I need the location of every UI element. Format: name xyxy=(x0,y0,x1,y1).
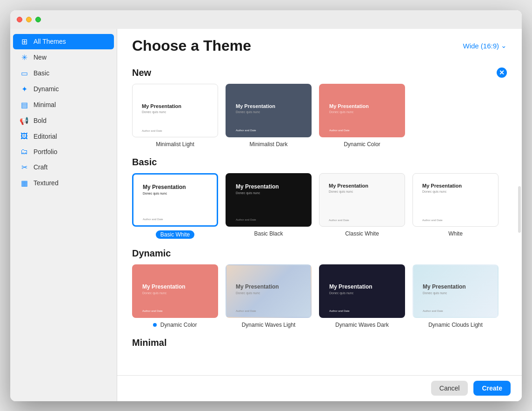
theme-card-dynamic-waves-light[interactable]: My Presentation Donec quis nunc Author a… xyxy=(226,264,312,328)
titlebar xyxy=(10,10,522,29)
sidebar-item-editorial[interactable]: 🖼 Editorial xyxy=(13,129,114,144)
thumb-sub: Donec quis nunc xyxy=(236,191,260,195)
theme-card-dynamic-color-new[interactable]: My Presentation Donec quis nunc Author a… xyxy=(319,84,405,148)
theme-card-white[interactable]: My Presentation Donec quis nunc Author a… xyxy=(412,173,499,239)
theme-thumb-white: My Presentation Donec quis nunc Author a… xyxy=(412,173,499,227)
theme-card-basic-white[interactable]: My Presentation Donec quis nunc Author a… xyxy=(132,173,218,239)
thumb-title: My Presentation xyxy=(329,283,372,290)
thumb-sub: Donec quis nunc xyxy=(329,291,353,295)
thumb-sub: Donec quis nunc xyxy=(143,192,167,195)
thumb-footer: Author and Date xyxy=(142,310,163,312)
basic-themes-grid: My Presentation Donec quis nunc Author a… xyxy=(132,173,507,239)
sidebar-item-label: Dynamic xyxy=(33,85,59,93)
theme-card-classic-white[interactable]: My Presentation Donec quis nunc Author a… xyxy=(319,173,405,239)
theme-label: Dynamic Waves Dark xyxy=(335,322,389,328)
thumb-title: My Presentation xyxy=(423,283,466,290)
aspect-ratio-selector[interactable]: Wide (16:9) ⌄ xyxy=(463,41,507,50)
theme-label: Minimalist Light xyxy=(156,141,194,148)
textured-icon: ▦ xyxy=(20,179,29,188)
thumb-title: My Presentation xyxy=(236,183,279,190)
new-icon: ✳ xyxy=(20,53,29,62)
theme-card-dynamic-color[interactable]: My Presentation Donec quis nunc Author a… xyxy=(132,264,218,328)
footer: Cancel Create xyxy=(117,375,522,401)
theme-card-minimalist-dark[interactable]: My Presentation Donec quis nunc Author a… xyxy=(226,84,312,148)
page-title: Choose a Theme xyxy=(132,37,251,54)
theme-card-dynamic-waves-dark[interactable]: My Presentation Donec quis nunc Author a… xyxy=(319,264,405,328)
thumb-title: My Presentation xyxy=(236,283,279,290)
theme-thumb-basic-black: My Presentation Donec quis nunc Author a… xyxy=(226,173,312,227)
dynamic-section-header: Dynamic xyxy=(132,248,507,259)
theme-thumb-dynamic-color: My Presentation Donec quis nunc Author a… xyxy=(319,84,405,137)
thumb-sub: Donec quis nunc xyxy=(422,190,446,193)
theme-label: Classic White xyxy=(345,230,379,237)
new-section-title: New xyxy=(132,67,151,78)
thumb-footer: Author and Date xyxy=(329,129,350,132)
new-themes-grid: My Presentation Donec quis nunc Author a… xyxy=(132,84,507,148)
thumb-title: My Presentation xyxy=(142,103,181,109)
thumb-footer: Author and Date xyxy=(423,310,443,312)
scrollbar[interactable] xyxy=(518,186,521,233)
sidebar-item-label: All Themes xyxy=(33,38,66,45)
theme-label: Dynamic Clouds Light xyxy=(428,322,483,328)
dynamic-themes-grid: My Presentation Donec quis nunc Author a… xyxy=(132,264,507,328)
sidebar-item-all-themes[interactable]: ⊞ All Themes xyxy=(13,34,114,49)
sidebar-item-basic[interactable]: ▭ Basic xyxy=(13,66,114,81)
thumb-title: My Presentation xyxy=(143,184,186,190)
thumb-footer: Author and Date xyxy=(236,310,256,312)
create-button[interactable]: Create xyxy=(473,381,511,396)
maximize-button[interactable] xyxy=(35,17,41,22)
thumb-footer: Author and Date xyxy=(236,129,256,132)
sidebar-item-bold[interactable]: 📢 Bold xyxy=(13,113,114,128)
minimal-section-header: Minimal xyxy=(132,337,507,348)
thumb-footer: Author and Date xyxy=(422,219,443,222)
sidebar-item-minimal[interactable]: ▤ Minimal xyxy=(13,97,114,113)
thumb-footer: Author and Date xyxy=(142,129,162,132)
all-themes-icon: ⊞ xyxy=(20,37,29,46)
sidebar-item-label: Textured xyxy=(33,179,59,187)
cancel-button[interactable]: Cancel xyxy=(431,381,468,396)
minimal-icon: ▤ xyxy=(20,101,29,109)
theme-thumb-classic-white: My Presentation Donec quis nunc Author a… xyxy=(319,173,405,227)
sidebar: ⊞ All Themes ✳ New ▭ Basic ✦ Dynamic ▤ M… xyxy=(10,10,117,401)
theme-chooser-window: ⊞ All Themes ✳ New ▭ Basic ✦ Dynamic ▤ M… xyxy=(10,10,522,401)
sidebar-item-dynamic[interactable]: ✦ Dynamic xyxy=(13,81,114,97)
sidebar-item-craft[interactable]: ✂ Craft xyxy=(13,160,114,175)
sidebar-item-label: Basic xyxy=(33,69,49,77)
thumb-sub: Donec quis nunc xyxy=(423,291,447,295)
sidebar-item-textured[interactable]: ▦ Textured xyxy=(13,175,114,191)
minimal-section-title: Minimal xyxy=(132,337,166,348)
theme-label: Dynamic Color xyxy=(153,322,197,328)
close-new-section-button[interactable]: ✕ xyxy=(497,67,507,78)
theme-label: Dynamic Waves Light xyxy=(242,322,296,328)
craft-icon: ✂ xyxy=(20,163,29,172)
thumb-sub: Donec quis nunc xyxy=(329,190,353,193)
themes-scroll-area[interactable]: New ✕ My Presentation Donec quis nunc Au… xyxy=(117,59,522,375)
sidebar-item-label: Portfolio xyxy=(33,148,57,155)
theme-card-basic-black[interactable]: My Presentation Donec quis nunc Author a… xyxy=(226,173,312,239)
bold-icon: 📢 xyxy=(20,116,29,125)
theme-thumb-minimalist-dark: My Presentation Donec quis nunc Author a… xyxy=(226,84,312,137)
theme-label: Basic Black xyxy=(254,230,283,237)
sidebar-item-label: New xyxy=(33,54,47,61)
thumb-title: My Presentation xyxy=(142,283,186,290)
main-header: Choose a Theme Wide (16:9) ⌄ xyxy=(117,29,522,59)
thumb-footer: Author and Date xyxy=(143,218,163,221)
minimize-button[interactable] xyxy=(26,17,32,22)
thumb-title: My Presentation xyxy=(329,103,369,109)
main-content: Choose a Theme Wide (16:9) ⌄ New ✕ My Pr… xyxy=(117,10,522,401)
selected-dot xyxy=(153,323,157,327)
close-button[interactable] xyxy=(17,17,22,22)
theme-thumb-minimalist-light: My Presentation Donec quis nunc Author a… xyxy=(132,84,218,137)
theme-thumb-basic-white: My Presentation Donec quis nunc Author a… xyxy=(132,173,218,227)
sidebar-item-new[interactable]: ✳ New xyxy=(13,50,114,65)
thumb-title: My Presentation xyxy=(422,183,462,189)
theme-card-dynamic-clouds-light[interactable]: My Presentation Donec quis nunc Author a… xyxy=(412,264,499,328)
basic-icon: ▭ xyxy=(20,69,29,78)
thumb-sub: Donec quis nunc xyxy=(236,110,260,114)
sidebar-item-portfolio[interactable]: 🗂 Portfolio xyxy=(13,144,114,159)
thumb-footer: Author and Date xyxy=(236,218,256,221)
theme-card-minimalist-light[interactable]: My Presentation Donec quis nunc Author a… xyxy=(132,84,218,148)
sidebar-item-label: Editorial xyxy=(33,133,57,140)
dynamic-section-title: Dynamic xyxy=(132,248,171,259)
basic-section-header: Basic xyxy=(132,157,507,168)
